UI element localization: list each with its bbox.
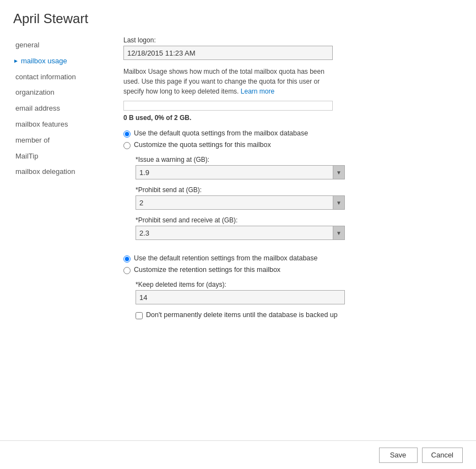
last-logon-input[interactable] <box>123 46 333 60</box>
save-button[interactable]: Save <box>379 448 418 463</box>
retention-radio-default[interactable]: Use the default retention settings from … <box>123 254 463 263</box>
keep-deleted-input[interactable] <box>136 290 345 304</box>
last-logon-label: Last logon: <box>123 36 463 44</box>
sidebar: general ► mailbox usage contact informat… <box>13 36 112 469</box>
no-delete-checkbox-label[interactable]: Don't permanently delete items until the… <box>136 311 463 319</box>
prohibit-send-label: *Prohibit send at (GB): <box>136 186 463 194</box>
sidebar-item-member-of[interactable]: member of <box>13 133 112 149</box>
usage-bar-container <box>123 101 333 111</box>
retention-radio-group: Use the default retention settings from … <box>123 254 463 274</box>
issue-warning-label: *Issue a warning at (GB): <box>136 156 463 163</box>
description-text: Mailbox Usage shows how much of the tota… <box>123 67 338 96</box>
prohibit-send-select[interactable]: 2 <box>136 195 345 210</box>
quota-radio-default[interactable]: Use the default quota settings from the … <box>123 129 463 138</box>
retention-radio-default-input[interactable] <box>123 255 131 263</box>
prohibit-send-receive-select[interactable]: 2.3 <box>136 226 345 240</box>
keep-deleted-label: *Keep deleted items for (days): <box>136 281 463 288</box>
quota-radio-group: Use the default quota settings from the … <box>123 129 463 149</box>
checkbox-group: Don't permanently delete items until the… <box>123 311 463 319</box>
keep-deleted-group: *Keep deleted items for (days): <box>123 281 463 304</box>
quota-radio-default-input[interactable] <box>123 130 131 138</box>
retention-radio-custom-input[interactable] <box>123 267 131 274</box>
quota-radio-custom[interactable]: Customize the quota settings for this ma… <box>123 141 463 149</box>
sidebar-item-mailtip[interactable]: MailTip <box>13 149 112 165</box>
sidebar-item-mailbox-usage[interactable]: ► mailbox usage <box>13 53 112 69</box>
prohibit-send-receive-group: *Prohibit send and receive at (GB): 2.3 … <box>123 216 463 240</box>
prohibit-send-wrapper: 2 ▼ <box>136 195 345 210</box>
sidebar-item-mailbox-features[interactable]: mailbox features <box>13 117 112 133</box>
sidebar-item-mailbox-delegation[interactable]: mailbox delegation <box>13 164 112 180</box>
prohibit-send-receive-label: *Prohibit send and receive at (GB): <box>136 216 463 224</box>
main-content: Last logon: Mailbox Usage shows how much… <box>112 36 463 469</box>
no-delete-checkbox[interactable] <box>136 312 143 319</box>
retention-radio-custom[interactable]: Customize the retention settings for thi… <box>123 266 463 274</box>
issue-warning-group: *Issue a warning at (GB): 1.9 ▼ <box>123 156 463 179</box>
last-logon-group: Last logon: <box>123 36 463 60</box>
sidebar-item-contact-information[interactable]: contact information <box>13 69 112 85</box>
usage-text: 0 B used, 0% of 2 GB. <box>123 114 463 122</box>
cancel-button[interactable]: Cancel <box>422 448 463 463</box>
issue-warning-wrapper: 1.9 ▼ <box>136 165 345 179</box>
issue-warning-select[interactable]: 1.9 <box>136 165 345 179</box>
prohibit-send-receive-wrapper: 2.3 ▼ <box>136 226 345 240</box>
footer: Save Cancel <box>0 440 476 469</box>
sidebar-item-organization[interactable]: organization <box>13 85 112 101</box>
arrow-active-icon: ► <box>13 57 19 66</box>
page-title: April Stewart <box>13 11 463 26</box>
sidebar-item-email-address[interactable]: email address <box>13 101 112 117</box>
learn-more-link[interactable]: Learn more <box>241 88 274 95</box>
quota-radio-custom-input[interactable] <box>123 142 131 149</box>
prohibit-send-group: *Prohibit send at (GB): 2 ▼ <box>123 186 463 210</box>
sidebar-item-general[interactable]: general <box>13 37 112 53</box>
